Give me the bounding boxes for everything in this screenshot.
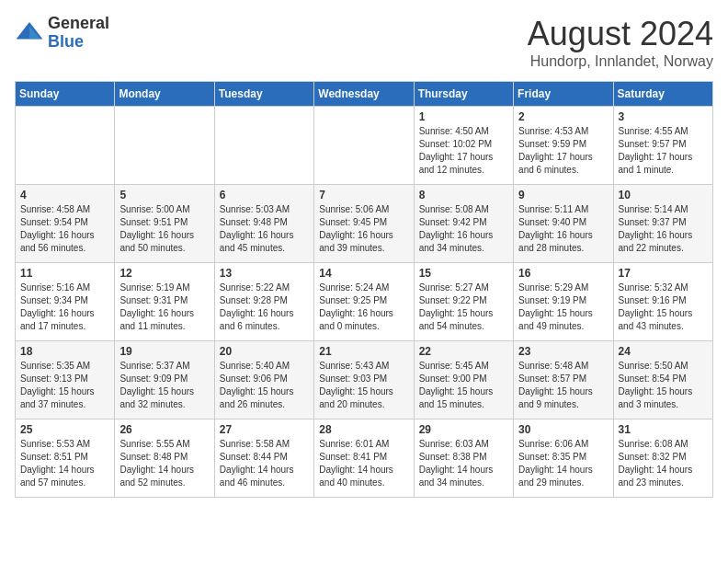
day-info: Sunrise: 4:50 AM Sunset: 10:02 PM Daylig… [419,125,508,177]
day-info: Sunrise: 4:55 AM Sunset: 9:57 PM Dayligh… [619,125,708,177]
calendar-day-29: 29Sunrise: 6:03 AM Sunset: 8:38 PM Dayli… [414,419,513,498]
day-number: 14 [319,267,408,280]
calendar-day-empty [314,107,414,185]
day-info: Sunrise: 6:06 AM Sunset: 8:35 PM Dayligh… [518,438,608,489]
calendar-week-row-4: 18Sunrise: 5:35 AM Sunset: 9:13 PM Dayli… [16,341,713,419]
day-number: 8 [419,189,508,201]
calendar-day-7: 7Sunrise: 5:06 AM Sunset: 9:45 PM Daylig… [314,185,414,263]
calendar-day-19: 19Sunrise: 5:37 AM Sunset: 9:09 PM Dayli… [115,341,214,419]
logo: General Blue [15,15,109,52]
day-info: Sunrise: 5:55 AM Sunset: 8:48 PM Dayligh… [119,438,209,489]
day-number: 23 [518,345,608,358]
calendar-day-22: 22Sunrise: 5:45 AM Sunset: 9:00 PM Dayli… [414,341,513,419]
calendar-day-1: 1Sunrise: 4:50 AM Sunset: 10:02 PM Dayli… [414,107,513,185]
day-number: 31 [619,423,708,436]
day-info: Sunrise: 5:27 AM Sunset: 9:22 PM Dayligh… [419,282,508,333]
day-number: 24 [619,345,708,358]
calendar-day-10: 10Sunrise: 5:14 AM Sunset: 9:37 PM Dayli… [613,185,712,263]
day-number: 25 [20,423,109,436]
calendar-day-4: 4Sunrise: 4:58 AM Sunset: 9:54 PM Daylig… [16,185,115,263]
calendar-day-20: 20Sunrise: 5:40 AM Sunset: 9:06 PM Dayli… [214,341,313,419]
logo-general-text: General [48,14,109,32]
day-number: 18 [20,345,109,358]
day-info: Sunrise: 5:08 AM Sunset: 9:42 PM Dayligh… [419,203,508,255]
day-number: 22 [419,345,508,358]
day-info: Sunrise: 6:03 AM Sunset: 8:38 PM Dayligh… [419,438,508,489]
calendar-day-30: 30Sunrise: 6:06 AM Sunset: 8:35 PM Dayli… [514,419,613,498]
calendar-day-14: 14Sunrise: 5:24 AM Sunset: 9:25 PM Dayli… [314,263,414,341]
weekday-header-wednesday: Wednesday [314,82,414,107]
svg-marker-1 [29,26,40,39]
calendar-week-row-5: 25Sunrise: 5:53 AM Sunset: 8:51 PM Dayli… [16,419,713,498]
day-number: 10 [619,189,708,201]
day-info: Sunrise: 5:22 AM Sunset: 9:28 PM Dayligh… [220,282,309,333]
day-number: 17 [619,267,708,280]
day-number: 6 [220,189,309,201]
calendar-day-16: 16Sunrise: 5:29 AM Sunset: 9:19 PM Dayli… [514,263,613,341]
calendar-day-28: 28Sunrise: 6:01 AM Sunset: 8:41 PM Dayli… [314,419,414,498]
day-number: 16 [518,267,608,280]
calendar-day-12: 12Sunrise: 5:19 AM Sunset: 9:31 PM Dayli… [115,263,214,341]
day-info: Sunrise: 6:08 AM Sunset: 8:32 PM Dayligh… [619,438,708,489]
day-info: Sunrise: 5:14 AM Sunset: 9:37 PM Dayligh… [619,203,708,255]
day-info: Sunrise: 5:53 AM Sunset: 8:51 PM Dayligh… [20,438,109,489]
day-info: Sunrise: 5:29 AM Sunset: 9:19 PM Dayligh… [518,282,608,333]
day-number: 4 [20,189,109,201]
day-info: Sunrise: 5:16 AM Sunset: 9:34 PM Dayligh… [20,282,109,333]
calendar-day-6: 6Sunrise: 5:03 AM Sunset: 9:48 PM Daylig… [214,185,313,263]
calendar-day-empty [115,107,214,185]
calendar-day-5: 5Sunrise: 5:00 AM Sunset: 9:51 PM Daylig… [115,185,214,263]
day-number: 12 [119,267,209,280]
day-info: Sunrise: 5:40 AM Sunset: 9:06 PM Dayligh… [220,360,309,411]
day-info: Sunrise: 5:00 AM Sunset: 9:51 PM Dayligh… [119,203,209,255]
day-number: 11 [20,267,109,280]
calendar-day-9: 9Sunrise: 5:11 AM Sunset: 9:40 PM Daylig… [514,185,613,263]
day-info: Sunrise: 5:24 AM Sunset: 9:25 PM Dayligh… [319,282,408,333]
calendar-day-31: 31Sunrise: 6:08 AM Sunset: 8:32 PM Dayli… [613,419,712,498]
weekday-header-sunday: Sunday [16,82,115,107]
day-info: Sunrise: 5:11 AM Sunset: 9:40 PM Dayligh… [518,203,608,255]
calendar-day-18: 18Sunrise: 5:35 AM Sunset: 9:13 PM Dayli… [16,341,115,419]
day-info: Sunrise: 5:37 AM Sunset: 9:09 PM Dayligh… [119,360,209,411]
day-number: 7 [319,189,408,201]
calendar-week-row-2: 4Sunrise: 4:58 AM Sunset: 9:54 PM Daylig… [16,185,713,263]
calendar-day-26: 26Sunrise: 5:55 AM Sunset: 8:48 PM Dayli… [115,419,214,498]
calendar-day-15: 15Sunrise: 5:27 AM Sunset: 9:22 PM Dayli… [414,263,513,341]
day-number: 13 [220,267,309,280]
calendar-day-empty [214,107,313,185]
day-info: Sunrise: 5:58 AM Sunset: 8:44 PM Dayligh… [220,438,309,489]
calendar-day-27: 27Sunrise: 5:58 AM Sunset: 8:44 PM Dayli… [214,419,313,498]
day-number: 20 [220,345,309,358]
calendar-day-21: 21Sunrise: 5:43 AM Sunset: 9:03 PM Dayli… [314,341,414,419]
day-number: 26 [119,423,209,436]
day-info: Sunrise: 4:53 AM Sunset: 9:59 PM Dayligh… [518,125,608,177]
day-number: 30 [518,423,608,436]
calendar-day-3: 3Sunrise: 4:55 AM Sunset: 9:57 PM Daylig… [613,107,712,185]
calendar-table: SundayMondayTuesdayWednesdayThursdayFrid… [15,81,713,498]
logo-blue-text: Blue [48,32,84,51]
calendar-day-25: 25Sunrise: 5:53 AM Sunset: 8:51 PM Dayli… [16,419,115,498]
day-number: 21 [319,345,408,358]
calendar-day-11: 11Sunrise: 5:16 AM Sunset: 9:34 PM Dayli… [16,263,115,341]
day-number: 28 [319,423,408,436]
weekday-header-monday: Monday [115,82,214,107]
weekday-header-friday: Friday [514,82,613,107]
weekday-header-saturday: Saturday [613,82,712,107]
location-subtitle: Hundorp, Innlandet, Norway [528,53,713,70]
calendar-week-row-1: 1Sunrise: 4:50 AM Sunset: 10:02 PM Dayli… [16,107,713,185]
calendar-day-2: 2Sunrise: 4:53 AM Sunset: 9:59 PM Daylig… [514,107,613,185]
title-block: August 2024 Hundorp, Innlandet, Norway [528,15,713,70]
day-number: 5 [119,189,209,201]
page-header: General Blue August 2024 Hundorp, Innlan… [15,15,713,70]
day-info: Sunrise: 5:06 AM Sunset: 9:45 PM Dayligh… [319,203,408,255]
day-number: 9 [518,189,608,201]
calendar-day-empty [16,107,115,185]
logo-icon [15,18,44,48]
day-info: Sunrise: 5:19 AM Sunset: 9:31 PM Dayligh… [119,282,209,333]
day-number: 19 [119,345,209,358]
calendar-day-17: 17Sunrise: 5:32 AM Sunset: 9:16 PM Dayli… [613,263,712,341]
day-info: Sunrise: 5:45 AM Sunset: 9:00 PM Dayligh… [419,360,508,411]
day-info: Sunrise: 5:32 AM Sunset: 9:16 PM Dayligh… [619,282,708,333]
day-info: Sunrise: 5:48 AM Sunset: 8:57 PM Dayligh… [518,360,608,411]
day-number: 3 [619,110,708,123]
